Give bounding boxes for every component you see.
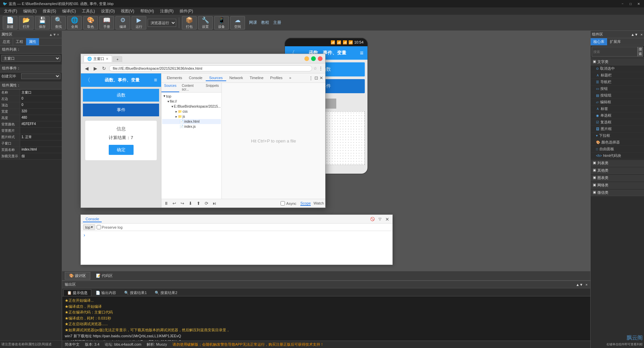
prop-val-subwin[interactable] [20, 140, 62, 147]
package-button[interactable]: 📦打包 [182, 16, 197, 30]
run-mode-select[interactable]: 浏览器运行 [148, 19, 176, 27]
comp-image[interactable]: 🖼图片框 [591, 126, 644, 132]
file-tree-indexjs[interactable]: 📄 index.js [162, 124, 221, 129]
console-close-icon[interactable]: ✕ [384, 216, 390, 222]
browser-event-button[interactable]: 事件 [83, 104, 159, 116]
output-tab-search2[interactable]: 🔍 搜索结果2 [151, 289, 181, 296]
debug-step-over-button[interactable]: ↩ [171, 200, 178, 207]
menu-tools[interactable]: 工具(L) [79, 8, 98, 15]
menu-file[interactable]: 文件(F) [1, 8, 20, 15]
save-button[interactable]: 💾保存 [35, 16, 50, 30]
menu-plugins[interactable]: 插件(P) [177, 8, 196, 15]
output-close-icon[interactable]: × [586, 283, 588, 287]
debug-step-out-button[interactable]: ⬇ [187, 200, 194, 207]
file-tree-js[interactable]: ▸ 📁 js [162, 114, 221, 119]
prop-val-imgstyle[interactable]: 1. 正常 [20, 134, 62, 140]
menu-search[interactable]: 搜索(S) [40, 8, 59, 15]
left-panel-close-icon[interactable]: × [56, 32, 60, 37]
console-filter-icon[interactable]: ▽ [377, 216, 383, 222]
browser-dialog-confirm-button[interactable]: 确定 [109, 145, 134, 155]
comp-cancel-select[interactable]: ⊙取消选中 [591, 65, 644, 72]
browser-tab-close-icon[interactable]: ✕ [106, 57, 108, 61]
devtools-elements-tab[interactable]: Elements [163, 75, 186, 81]
course-link[interactable]: 网课 [249, 20, 257, 25]
comp-label[interactable]: Ａ标签 [591, 106, 644, 112]
debug-deactivate-button[interactable]: ⟳ [203, 200, 210, 207]
browser-func-button[interactable]: 函数 [83, 89, 159, 102]
browser-url-bar[interactable]: file:///E:/BlueBird/workspace/2021526136… [109, 65, 312, 71]
component-search-button[interactable]: 搜索 [638, 47, 643, 57]
menu-register[interactable]: 注册(R) [157, 8, 177, 15]
devtools-profiles-tab[interactable]: Profiles [267, 75, 286, 81]
comp-button-group[interactable]: ▤按钮组 [591, 92, 644, 99]
sources-sidebar-tab-sources[interactable]: Sources [161, 83, 179, 92]
devtools-more-tabs[interactable]: » [286, 75, 295, 81]
prop-val-left[interactable]: 0 [20, 96, 62, 102]
sources-sidebar-tab-contentscripts[interactable]: Content scr... [179, 83, 203, 92]
find-button[interactable]: 🔍查找 [51, 16, 66, 30]
devtools-timeline-tab[interactable]: Timeline [246, 75, 267, 81]
browser-forward-button[interactable]: ▶ [92, 65, 99, 72]
prop-val-loadshow[interactable]: 假 [20, 153, 62, 159]
menu-help[interactable]: 帮助(H) [138, 8, 157, 15]
console-tab[interactable]: Console [83, 216, 102, 222]
close-button[interactable]: ✕ [636, 1, 641, 6]
prop-val-bgimg[interactable] [20, 128, 62, 134]
menu-settings[interactable]: 设置(O) [98, 8, 117, 15]
maximize-button[interactable]: □ [628, 1, 633, 6]
tab-code[interactable]: 📝 代码区 [92, 272, 117, 280]
debug-step-up-button[interactable]: ⬆ [195, 200, 202, 207]
menu-compile[interactable]: 编译(C) [59, 8, 79, 15]
comp-title-bar[interactable]: Ａ标题栏 [591, 72, 644, 79]
prop-val-top[interactable]: 0 [20, 102, 62, 108]
devtools-sources-tab[interactable]: Sources [206, 75, 226, 81]
right-panel-pin-icon[interactable]: ▲▼ [631, 33, 638, 37]
sources-sidebar-tab-snippets[interactable]: Snippets [203, 83, 221, 92]
prop-val-bgcolor[interactable]: #EFEFF4 [20, 121, 62, 127]
right-tab-ext[interactable]: 扩展库 [607, 38, 624, 45]
title-bar-controls[interactable]: － □ ✕ [620, 1, 641, 6]
component-select[interactable]: 主窗口 [1, 55, 60, 62]
browser-phone-menu-icon[interactable]: ≡ [154, 77, 157, 83]
comp-checkbox[interactable]: ☑复选框 [591, 119, 644, 126]
browser-minimize-button[interactable] [304, 56, 309, 61]
file-tree-top[interactable]: ▾ top [162, 93, 221, 99]
devtools-network-tab[interactable]: Network [226, 75, 246, 81]
settings-button[interactable]: 🔧设置 [198, 16, 213, 30]
comp-button[interactable]: ▭按钮 [591, 85, 644, 92]
phone-menu-button[interactable]: ≡ [360, 50, 363, 57]
open-button[interactable]: 📂打开 [19, 16, 34, 30]
browser-tab-main[interactable]: 🌐 主窗口 ✕ [84, 55, 112, 62]
prop-val-pagename[interactable]: index.html [20, 147, 62, 153]
device-button[interactable]: 📱设备 [214, 16, 229, 30]
debug-pause-button[interactable]: ⏸ [163, 200, 169, 207]
devtools-settings-icon[interactable]: ⋮ [309, 75, 313, 80]
async-checkbox[interactable] [281, 201, 285, 206]
file-tree-css[interactable]: ▸ 📁 css [162, 109, 221, 114]
comp-color-picker[interactable]: 🎨颜色选择器 [591, 139, 644, 146]
devtools-console-tab[interactable]: Console [186, 75, 206, 81]
browser-menu-icon[interactable]: ⋮ [318, 66, 323, 71]
devtools-close-icon[interactable]: ✕ [319, 75, 323, 80]
debug-step-into-button[interactable]: ↪ [179, 200, 186, 207]
tab-project[interactable]: 工程 [13, 38, 26, 45]
file-tree-indexhtml[interactable]: 📄 index.html [162, 119, 221, 124]
file-tree-file[interactable]: ▾ file:// [162, 99, 221, 104]
watch-tab[interactable]: Watch [313, 201, 324, 206]
output-tab-hints[interactable]: 📋 提示信息 [63, 289, 91, 296]
browser-star-icon[interactable]: ☆ [313, 66, 317, 71]
comp-radio[interactable]: ◉单选框 [591, 112, 644, 119]
manual-button[interactable]: 📖手册 [99, 16, 114, 30]
output-pin-icon[interactable]: ▲▼ [576, 283, 583, 287]
tab-properties[interactable]: 属性 [26, 38, 39, 45]
console-chevron[interactable]: › [84, 232, 85, 238]
preserve-log-checkbox[interactable] [97, 225, 101, 229]
color-button[interactable]: 🎨取色 [83, 16, 98, 30]
browser-back-button[interactable]: ◀ [83, 65, 90, 72]
comp-html-block[interactable]: <h>html代码块 [591, 153, 644, 159]
browser-refresh-button[interactable]: ↻ [100, 65, 108, 72]
event-value-select[interactable] [21, 73, 60, 79]
output-tab-search1[interactable]: 🔍 搜索结果1 [120, 289, 150, 296]
compile-button[interactable]: ⚙编译 [115, 16, 130, 30]
browser-phone-back-icon[interactable]: 〈 [85, 77, 90, 84]
